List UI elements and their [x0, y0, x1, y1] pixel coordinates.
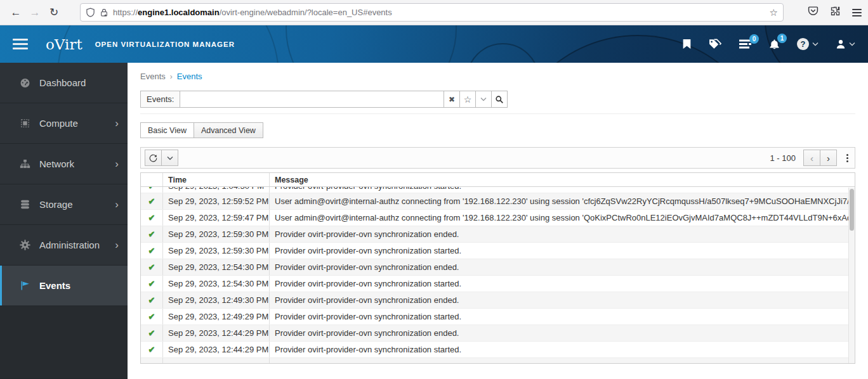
scrollbar-thumb[interactable]	[850, 189, 854, 231]
sidebar-item-dashboard[interactable]: Dashboard	[0, 63, 128, 103]
sidebar-item-storage[interactable]: Storage ›	[0, 184, 128, 225]
browser-menu-icon[interactable]	[852, 9, 862, 16]
sitemap-icon	[19, 158, 30, 169]
view-toggle: Basic View Advanced View	[140, 122, 855, 138]
sidebar-item-network[interactable]: Network ›	[0, 144, 128, 184]
success-check-icon: ✔	[148, 345, 155, 354]
sidebar-item-label: Network	[39, 158, 74, 169]
breadcrumb-separator-icon: ›	[170, 72, 173, 81]
table-row[interactable]: ✔ Sep 29, 2023, 12:49:30 PM Provider ovi…	[141, 292, 855, 309]
event-status-cell: ✔	[141, 259, 163, 275]
event-message-cell: Provider ovirt-provider-ovn synchronizat…	[270, 187, 848, 193]
sidebar-item-compute[interactable]: Compute ›	[0, 103, 128, 144]
table-row[interactable]: ✔ Sep 29, 2023, 12:59:30 PM Provider ovi…	[141, 243, 855, 259]
event-time-cell: Sep 29, 2023, 12:59:52 PM	[163, 193, 270, 209]
message-column-header[interactable]: Message	[270, 173, 848, 186]
table-row[interactable]: ✔ Sep 29, 2023, 12:44:29 PM Provider ovi…	[141, 342, 855, 358]
success-check-icon: ✔	[148, 279, 155, 288]
ovirt-logo: oVirt	[46, 36, 82, 53]
event-time-cell: Sep 29, 2023, 12:54:30 PM	[163, 259, 270, 275]
tasks-button[interactable]: 0	[739, 39, 752, 49]
bookmarks-button[interactable]	[682, 39, 692, 49]
event-message-cell: Provider ovirt-provider-ovn synchronizat…	[270, 243, 848, 259]
table-row-partial-bottom	[141, 358, 855, 363]
table-row-clipped[interactable]: ✔ Sep 29, 2023, 1:04:30 PM Provider ovir…	[141, 187, 855, 193]
decorative-circle	[466, 43, 539, 63]
url-text: https://engine1.localdomain/ovirt-engine…	[113, 8, 766, 17]
bookmark-search-button[interactable]: ☆	[460, 91, 476, 108]
prev-page-button[interactable]: ‹	[803, 150, 820, 166]
table-row[interactable]: ✔ Sep 29, 2023, 12:54:30 PM Provider ovi…	[141, 276, 855, 292]
search-input[interactable]	[180, 91, 444, 108]
event-message-cell: Provider ovirt-provider-ovn synchronizat…	[270, 342, 848, 357]
lock-warning-icon[interactable]	[100, 8, 109, 17]
notifications-bell-button[interactable]: 1	[769, 39, 780, 50]
refresh-button[interactable]	[145, 150, 162, 166]
table-row[interactable]: ✔ Sep 29, 2023, 12:59:52 PM User admin@o…	[141, 193, 855, 210]
decorative-circle	[286, 25, 457, 63]
success-check-icon: ✔	[148, 187, 155, 191]
refresh-rate-dropdown-button[interactable]	[161, 150, 178, 166]
event-time-cell: Sep 29, 2023, 12:49:30 PM	[163, 292, 270, 308]
pocket-icon[interactable]	[808, 6, 819, 19]
event-status-cell: ✔	[141, 309, 163, 324]
chevron-down-icon	[849, 42, 855, 46]
table-scrollbar[interactable]	[848, 188, 855, 363]
vertical-nav: Dashboard Compute › Network › Storage ›	[0, 63, 128, 379]
table-row[interactable]: ✔ Sep 29, 2023, 12:59:47 PM User admin@o…	[141, 210, 855, 226]
database-icon	[19, 199, 30, 210]
success-check-icon: ✔	[148, 229, 155, 239]
event-message-cell: User admin@ovirt@internal-authz connecti…	[270, 193, 848, 209]
event-time-cell: Sep 29, 2023, 12:49:29 PM	[163, 309, 270, 324]
back-button[interactable]: ←	[6, 3, 25, 22]
search-dropdown-button[interactable]	[476, 91, 492, 108]
alerts-count-badge: 1	[777, 34, 787, 43]
url-bar[interactable]: https://engine1.localdomain/ovirt-engine…	[80, 3, 784, 22]
sidebar-item-label: Compute	[39, 118, 78, 129]
tab-basic-view[interactable]: Basic View	[140, 122, 194, 138]
kebab-menu-icon[interactable]	[844, 151, 851, 165]
url-host: engine1.localdomain	[138, 8, 220, 17]
table-header-row: Time Message	[141, 173, 855, 187]
search-icon	[495, 95, 504, 104]
sidebar-item-administration[interactable]: Administration ›	[0, 225, 128, 266]
tab-advanced-view[interactable]: Advanced View	[194, 122, 263, 138]
success-check-icon: ✔	[148, 295, 155, 305]
sidebar-item-label: Storage	[39, 199, 73, 210]
table-row[interactable]: ✔ Sep 29, 2023, 12:44:29 PM Provider ovi…	[141, 325, 855, 342]
extensions-puzzle-icon[interactable]	[830, 6, 841, 19]
clear-search-button[interactable]: ✖	[444, 91, 460, 108]
help-menu-button[interactable]: ?	[797, 38, 819, 50]
event-message-cell: Provider ovirt-provider-ovn synchronizat…	[270, 276, 848, 292]
table-row[interactable]: ✔ Sep 29, 2023, 12:54:30 PM Provider ovi…	[141, 259, 855, 276]
shield-permissions-icon[interactable]	[86, 8, 95, 17]
pagination-range: 1 - 100	[770, 153, 796, 163]
next-page-button[interactable]: ›	[820, 150, 837, 166]
event-time-cell: Sep 29, 2023, 12:59:30 PM	[163, 243, 270, 259]
user-menu-button[interactable]	[836, 39, 855, 49]
status-column-header[interactable]	[141, 173, 163, 186]
gauge-icon	[19, 77, 30, 88]
event-status-cell: ✔	[141, 243, 163, 259]
url-scheme: https://	[113, 8, 138, 17]
success-check-icon: ✔	[148, 246, 155, 255]
time-column-header[interactable]: Time	[163, 173, 270, 186]
event-message-cell: Provider ovirt-provider-ovn synchronizat…	[270, 259, 848, 275]
product-title: OPEN VIRTUALIZATION MANAGER	[95, 41, 235, 48]
chevron-down-icon	[167, 156, 173, 160]
tags-button[interactable]	[709, 39, 722, 49]
reload-button[interactable]: ↻	[44, 3, 63, 22]
bookmark-star-icon[interactable]: ☆	[770, 7, 778, 18]
events-table: Time Message ✔ Sep 29, 2023, 1:04:30 PM …	[140, 172, 855, 364]
search-submit-button[interactable]	[492, 91, 508, 108]
breadcrumb-current-link[interactable]: Events	[177, 72, 202, 81]
browser-toolbar: ← → ↻ https://engine1.localdomain/ovirt-…	[0, 0, 868, 25]
tasks-count-badge: 0	[749, 34, 759, 44]
nav-toggle-icon[interactable]	[13, 39, 28, 49]
table-row[interactable]: ✔ Sep 29, 2023, 12:59:30 PM Provider ovi…	[141, 226, 855, 243]
table-row[interactable]: ✔ Sep 29, 2023, 12:49:29 PM Provider ovi…	[141, 309, 855, 325]
event-status-cell: ✔	[141, 187, 163, 193]
forward-button[interactable]: →	[25, 3, 44, 22]
success-check-icon: ✔	[148, 312, 155, 321]
sidebar-item-events[interactable]: Events	[0, 266, 128, 306]
